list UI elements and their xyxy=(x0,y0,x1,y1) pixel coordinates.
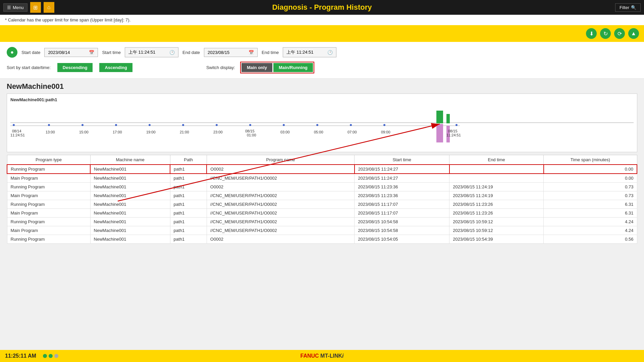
chart-svg: 08/14 11:24:51 13:00 15:00 17:00 19:00 2… xyxy=(10,104,634,151)
svg-point-3 xyxy=(82,124,84,126)
svg-point-11 xyxy=(350,124,352,126)
status-dot-3 xyxy=(54,354,58,358)
brand-mt: MT-LINK xyxy=(320,353,342,359)
footer-brand: FANUC MT-LINKi xyxy=(301,353,344,359)
refresh-button[interactable]: ↻ xyxy=(600,28,611,39)
footer-time: 11:25:11 AM xyxy=(5,353,36,359)
col-header-span: Time span (minutes) xyxy=(544,155,637,165)
notice-bar: * Calendar has the upper limit for time … xyxy=(0,15,644,25)
start-date-label: Start date xyxy=(21,50,40,55)
grid-button[interactable]: ⊞ xyxy=(30,2,41,13)
home-button[interactable]: ⌂ xyxy=(44,2,54,13)
brand-i: i xyxy=(342,353,343,359)
svg-text:01:00: 01:00 xyxy=(247,133,256,137)
filter-section: ● Start date 2023/08/14 📅 Start time 上午 … xyxy=(0,42,644,79)
svg-point-5 xyxy=(149,124,151,126)
col-header-machine: Machine name xyxy=(90,155,170,165)
status-dot-1 xyxy=(43,354,47,358)
footer: 11:25:11 AM FANUC MT-LINKi xyxy=(0,350,644,362)
svg-text:11:24:51: 11:24:51 xyxy=(10,133,25,137)
start-time-label: Start time xyxy=(102,50,121,55)
end-time-label: End time xyxy=(262,50,279,55)
col-header-program: Program name xyxy=(207,155,354,165)
table-row[interactable]: Running ProgramNewMachine001path1//CNC_M… xyxy=(7,200,637,209)
svg-point-4 xyxy=(115,124,117,126)
clock-icon: 🕐 xyxy=(169,50,175,55)
table-row[interactable]: Running ProgramNewMachine001path1O000220… xyxy=(7,235,637,244)
table-row[interactable]: Main ProgramNewMachine001path1//CNC_MEM/… xyxy=(7,226,637,235)
calendar-icon: 📅 xyxy=(89,50,94,55)
machine-section: NewMachine001 NewMachine001:path1 xyxy=(0,79,644,244)
svg-text:03:00: 03:00 xyxy=(280,130,290,134)
svg-point-2 xyxy=(48,124,50,126)
svg-text:08/14: 08/14 xyxy=(12,129,21,133)
table-row[interactable]: Running ProgramNewMachine001path1O000220… xyxy=(7,165,637,174)
filter-toggle-button[interactable]: ● xyxy=(7,47,17,58)
brand-fanuc: FANUC xyxy=(301,353,319,359)
machine-name: NewMachine001 xyxy=(7,82,637,91)
collapse-button[interactable]: ▲ xyxy=(628,28,639,39)
svg-text:13:00: 13:00 xyxy=(46,130,55,134)
svg-point-8 xyxy=(249,124,251,126)
svg-point-13 xyxy=(455,124,458,126)
svg-text:17:00: 17:00 xyxy=(113,130,122,134)
end-date-input[interactable]: 2023/08/15 📅 xyxy=(204,48,258,57)
table-row[interactable]: Running ProgramNewMachine001path1//CNC_M… xyxy=(7,218,637,226)
clock-icon-2: 🕐 xyxy=(327,50,333,55)
svg-text:23:00: 23:00 xyxy=(213,130,223,134)
svg-text:11:24:51: 11:24:51 xyxy=(446,133,461,137)
start-time-input[interactable]: 上午 11:24:51 🕐 xyxy=(125,47,178,57)
table-row[interactable]: Main ProgramNewMachine001path1//CNC_MEM/… xyxy=(7,191,637,200)
table-row[interactable]: Running ProgramNewMachine001path1O000220… xyxy=(7,183,637,191)
yellow-toolbar: ⬇ ↻ ⟳ ▲ xyxy=(0,25,644,42)
switch-display-group: Main only Main/Running xyxy=(240,62,314,73)
svg-rect-15 xyxy=(446,114,450,123)
search-icon: 🔍 xyxy=(631,5,636,10)
svg-point-12 xyxy=(383,124,385,126)
sort-label: Sort by start date/time: xyxy=(7,65,51,70)
chart-title: NewMachine001:path1 xyxy=(10,97,634,102)
col-header-start: Start time xyxy=(355,155,449,165)
svg-text:08/15: 08/15 xyxy=(245,129,255,133)
filter-button[interactable]: Filter 🔍 xyxy=(615,3,641,12)
svg-text:05:00: 05:00 xyxy=(314,130,323,134)
switch-display-label: Switch display: xyxy=(206,65,235,70)
svg-text:09:00: 09:00 xyxy=(381,130,390,134)
end-date-label: End date xyxy=(182,50,200,55)
menu-icon: ☰ xyxy=(7,5,11,10)
main-only-button[interactable]: Main only xyxy=(241,63,272,72)
svg-point-10 xyxy=(316,124,318,126)
svg-rect-14 xyxy=(436,111,443,123)
svg-point-7 xyxy=(216,124,218,126)
table-row[interactable]: Main ProgramNewMachine001path1//CNC_MEM/… xyxy=(7,174,637,183)
svg-text:21:00: 21:00 xyxy=(180,130,189,134)
footer-status xyxy=(43,354,58,358)
col-header-type: Program type xyxy=(7,155,90,165)
svg-point-1 xyxy=(13,124,15,126)
svg-text:08/15: 08/15 xyxy=(448,129,458,133)
status-dot-2 xyxy=(49,354,53,358)
menu-button[interactable]: ☰ Menu xyxy=(3,3,28,12)
svg-point-9 xyxy=(283,124,285,126)
page-title: Diagnosis - Program History xyxy=(272,3,372,12)
end-time-input[interactable]: 上午 11:24:51 🕐 xyxy=(283,47,336,57)
descending-button[interactable]: Descending xyxy=(57,63,93,72)
svg-text:19:00: 19:00 xyxy=(146,130,156,134)
ascending-button[interactable]: Ascending xyxy=(99,63,132,72)
calendar-icon-2: 📅 xyxy=(249,50,254,55)
sync-button[interactable]: ⟳ xyxy=(614,28,625,39)
col-header-path: Path xyxy=(170,155,207,165)
chart-container: NewMachine001:path1 xyxy=(7,94,637,152)
col-header-end: End time xyxy=(449,155,544,165)
header: ☰ Menu ⊞ ⌂ Diagnosis - Program History F… xyxy=(0,0,644,15)
svg-rect-16 xyxy=(436,124,443,142)
download-button[interactable]: ⬇ xyxy=(586,28,597,39)
svg-point-6 xyxy=(182,124,184,126)
main-running-button[interactable]: Main/Running xyxy=(273,63,313,72)
start-date-input[interactable]: 2023/08/14 📅 xyxy=(44,48,98,57)
table-row[interactable]: Main ProgramNewMachine001path1//CNC_MEM/… xyxy=(7,209,637,218)
data-table: Program type Machine name Path Program n… xyxy=(7,155,637,244)
svg-text:15:00: 15:00 xyxy=(79,130,89,134)
svg-text:07:00: 07:00 xyxy=(347,130,357,134)
